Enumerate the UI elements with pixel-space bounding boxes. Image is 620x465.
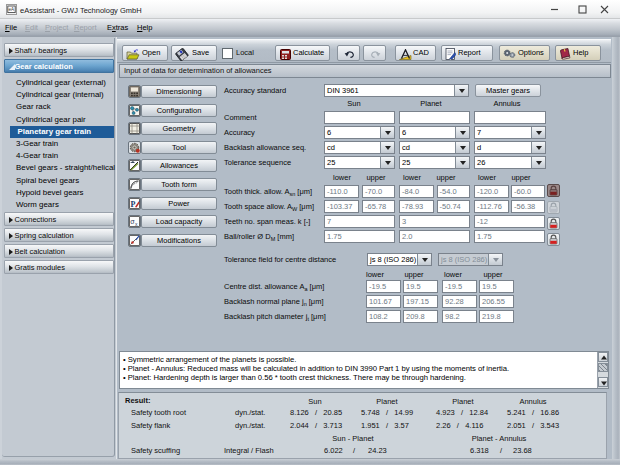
svg-text:P: P	[131, 199, 136, 208]
svg-text:eA: eA	[8, 7, 15, 12]
